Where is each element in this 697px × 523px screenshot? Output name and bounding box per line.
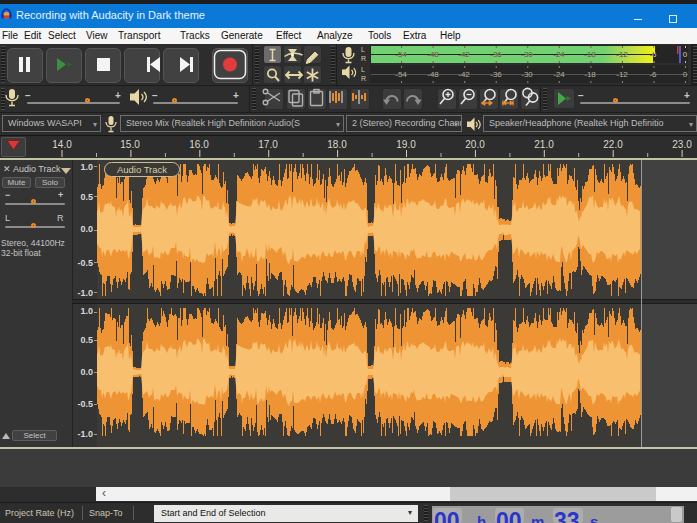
svg-text:-1.0: -1.0 (77, 429, 93, 439)
svg-text:-0.5: -0.5 (77, 399, 93, 409)
svg-text:-1.0: -1.0 (77, 288, 93, 298)
svg-text:1.0: 1.0 (80, 162, 93, 172)
svg-text:0.0: 0.0 (80, 224, 93, 234)
svg-text:0.0: 0.0 (80, 367, 93, 377)
svg-text:-0.5: -0.5 (77, 258, 93, 268)
svg-text:1.0: 1.0 (80, 306, 93, 316)
svg-text:0.5: 0.5 (80, 192, 93, 202)
svg-text:0.5: 0.5 (80, 335, 93, 345)
